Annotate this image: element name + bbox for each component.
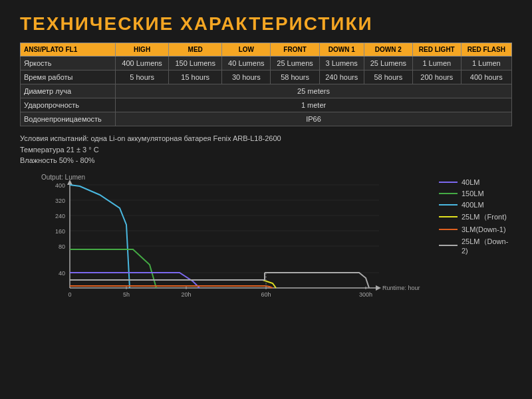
svg-text:Runtime: hour: Runtime: hour [382, 285, 420, 291]
table-header-2: MED [169, 43, 222, 57]
note-line2: Температура 21 ± 3 ° C [20, 144, 512, 156]
row-label-2: Диаметр луча [21, 84, 116, 98]
cell-1-3: 58 hours [271, 70, 319, 84]
table-header-8: RED FLASH [461, 43, 511, 57]
svg-text:400: 400 [55, 182, 65, 189]
table-header-0: ANSI/PLATO FL1 [21, 43, 116, 57]
cell-4-0: IP66 [116, 112, 512, 126]
svg-text:80: 80 [59, 243, 65, 250]
table-row: Яркость400 Lumens150 Lumens40 Lumens25 L… [21, 57, 512, 70]
note-line1: Условия испытаний: одна Li-on аккумулято… [20, 133, 512, 144]
cell-0-3: 25 Lumens [271, 57, 319, 70]
cell-0-1: 150 Lumens [169, 57, 222, 70]
svg-text:5h: 5h [123, 291, 130, 298]
cell-2-0: 25 meters [116, 84, 512, 98]
legend-color-5 [439, 245, 458, 246]
legend-color-1 [439, 193, 458, 194]
table-header-4: FRONT [271, 43, 319, 57]
cell-1-1: 15 hours [169, 70, 222, 84]
table-row: Время работы5 hours15 hours30 hours58 ho… [21, 70, 512, 84]
legend-item-4: 3LM(Down-1) [439, 225, 512, 233]
chart-area: Output: Lumen 400 320 240 160 80 [20, 172, 512, 305]
cell-1-2: 30 hours [222, 70, 271, 84]
legend-color-0 [439, 182, 458, 183]
table-header-7: RED LIGHT [412, 43, 461, 57]
legend-color-2 [439, 204, 458, 205]
cell-0-6: 1 Lumen [412, 57, 461, 70]
svg-text:40: 40 [59, 270, 65, 277]
row-label-3: Ударопрочность [21, 98, 116, 112]
legend-item-2: 400LM [439, 201, 512, 209]
cell-1-7: 400 hours [461, 70, 511, 84]
cell-0-4: 3 Lumens [319, 57, 364, 70]
main-container: ТЕХНИЧЕСКИЕ ХАРАКТЕРИСТИКИ ANSI/PLATO FL… [0, 0, 532, 399]
cell-3-0: 1 meter [116, 98, 512, 112]
table-header-6: DOWN 2 [364, 43, 412, 57]
cell-1-6: 200 hours [412, 70, 461, 84]
cell-0-0: 400 Lumens [116, 57, 169, 70]
table-header-3: LOW [222, 43, 271, 57]
table-header-5: DOWN 1 [319, 43, 364, 57]
legend-color-4 [439, 229, 458, 230]
legend-label-2: 400LM [462, 201, 484, 209]
legend-label-5: 25LM（Down-2) [462, 237, 512, 255]
svg-text:160: 160 [55, 228, 65, 235]
legend-label-4: 3LM(Down-1) [462, 225, 506, 233]
legend-label-3: 25LM（Front) [462, 212, 507, 222]
notes-section: Условия испытаний: одна Li-on аккумулято… [20, 133, 512, 166]
cell-1-4: 240 hours [319, 70, 364, 84]
note-line3: Влажность 50% - 80% [20, 155, 512, 166]
row-label-0: Яркость [21, 57, 116, 70]
svg-text:320: 320 [55, 198, 65, 204]
legend-label-0: 40LM [462, 178, 480, 186]
svg-text:240: 240 [55, 213, 65, 219]
cell-0-5: 25 Lumens [364, 57, 412, 70]
legend: 40LM150LM400LM25LM（Front)3LM(Down-1)25LM… [439, 172, 512, 305]
cell-1-5: 58 hours [364, 70, 412, 84]
svg-text:20h: 20h [181, 291, 191, 298]
chart-svg: Output: Lumen 400 320 240 160 80 [20, 172, 432, 305]
cell-0-2: 40 Lumens [222, 57, 271, 70]
legend-item-5: 25LM（Down-2) [439, 237, 512, 255]
svg-rect-0 [40, 172, 412, 305]
page-title: ТЕХНИЧЕСКИЕ ХАРАКТЕРИСТИКИ [20, 13, 512, 35]
svg-text:60h: 60h [261, 291, 271, 298]
cell-0-7: 1 Lumen [461, 57, 511, 70]
svg-text:0: 0 [68, 291, 71, 298]
row-label-4: Водонепроницаемость [21, 112, 116, 126]
row-label-1: Время работы [21, 70, 116, 84]
table-header-1: HIGH [116, 43, 169, 57]
cell-1-0: 5 hours [116, 70, 169, 84]
chart-wrapper: Output: Lumen 400 320 240 160 80 [20, 172, 432, 305]
legend-item-1: 150LM [439, 190, 512, 198]
svg-text:Output: Lumen: Output: Lumen [41, 174, 85, 181]
legend-color-3 [439, 216, 458, 217]
svg-text:300h: 300h [359, 291, 372, 298]
specs-table: ANSI/PLATO FL1HIGHMEDLOWFRONTDOWN 1DOWN … [20, 43, 512, 126]
table-row: Диаметр луча25 meters [21, 84, 512, 98]
table-row: ВодонепроницаемостьIP66 [21, 112, 512, 126]
legend-label-1: 150LM [462, 190, 484, 198]
table-row: Ударопрочность1 meter [21, 98, 512, 112]
legend-item-0: 40LM [439, 178, 512, 186]
legend-item-3: 25LM（Front) [439, 212, 512, 222]
